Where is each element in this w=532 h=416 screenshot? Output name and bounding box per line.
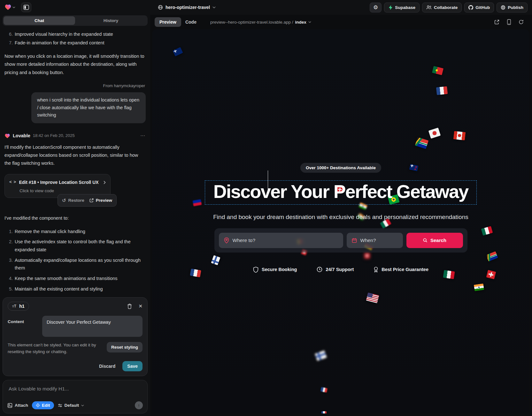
model-default-selector[interactable]: Default <box>58 403 84 408</box>
settings-button[interactable]: ⚙ <box>370 3 382 12</box>
list-item: Use the activeIndex state to control bot… <box>14 238 146 253</box>
assistant-paragraph: Now when you click on a location image, … <box>4 52 146 77</box>
chat-scroll-area[interactable]: Improved visual hierarchy in the expande… <box>3 28 148 293</box>
github-label: GitHub <box>475 5 490 10</box>
preview-panel: Preview Code preview--hero-optimizer-tra… <box>150 15 532 416</box>
assistant-name: Lovable <box>13 132 30 140</box>
award-icon <box>374 267 378 273</box>
assistant-paragraph: I've modified the component to: <box>4 214 146 222</box>
save-button[interactable]: Save <box>122 361 143 371</box>
refresh-button[interactable] <box>519 19 524 25</box>
location-pin-icon <box>224 237 229 244</box>
chat-panel: Chat History Improved visual hierarchy i… <box>0 15 150 416</box>
discard-button[interactable]: Discard <box>99 364 115 369</box>
github-button[interactable]: GitHub <box>464 3 494 12</box>
message-timestamp: 18:42 on Feb 20, 2025 <box>33 132 75 140</box>
hero-section: Over 1000+ Destinations Available Discov… <box>152 29 529 413</box>
gear-icon: ⚙ <box>373 5 378 10</box>
text-caret <box>268 170 268 192</box>
tab-history[interactable]: History <box>75 16 147 25</box>
restore-button[interactable]: ↺ Restore <box>62 197 84 204</box>
sliders-icon <box>58 404 62 407</box>
arrow-up-icon: ↑ <box>138 403 140 408</box>
edit-mode-button[interactable]: Edit <box>32 401 54 409</box>
lovable-avatar <box>4 133 10 139</box>
delete-element-button[interactable] <box>127 304 132 309</box>
code-icon: < > <box>9 179 16 186</box>
styling-note: This element can't be styled. You can ed… <box>8 342 103 355</box>
element-tag-name: h1 <box>19 304 24 309</box>
when-placeholder: When? <box>360 238 376 243</box>
tab-preview[interactable]: Preview <box>155 17 181 27</box>
image-attach-icon <box>7 403 12 408</box>
content-textarea[interactable]: Discover Your Perfect Getaway <box>42 316 143 337</box>
destinations-badge: Over 1000+ Destinations Available <box>300 163 381 173</box>
assistant-paragraph: I'll modify the LocationScroll component… <box>4 143 146 168</box>
chevron-down-icon <box>212 6 216 8</box>
list-item: Fade-in animation for the expanded conte… <box>14 39 146 47</box>
numbered-list-top: Improved visual hierarchy in the expande… <box>4 30 146 47</box>
list-item: Maintain all the existing content and st… <box>14 285 146 293</box>
when-input[interactable]: When? <box>347 233 403 248</box>
topbar: hero-optimizer-travel ⚙ Supabase Collabo… <box>0 0 532 15</box>
project-name: hero-optimizer-travel <box>166 5 210 10</box>
restore-icon: ↺ <box>62 198 66 203</box>
shield-icon <box>253 267 258 273</box>
features-row: Secure Booking 24/7 Support <box>253 267 428 273</box>
list-item: Improved visual hierarchy in the expande… <box>14 30 146 38</box>
close-icon[interactable]: ✕ <box>138 303 143 309</box>
preview-version-button[interactable]: Preview <box>89 197 112 204</box>
lovable-logo-menu[interactable] <box>4 4 15 11</box>
feature-secure-booking: Secure Booking <box>253 267 297 273</box>
collaborate-button[interactable]: Collaborate <box>422 3 462 12</box>
url-prefix: preview--hero-optimizer-travel.lovable.a… <box>210 20 293 25</box>
sidebar-toggle-button[interactable] <box>21 3 31 12</box>
list-item: Automatically expand/collapse locations … <box>14 256 146 272</box>
preview-url[interactable]: preview--hero-optimizer-travel.lovable.a… <box>210 20 311 25</box>
search-button[interactable]: Search <box>406 233 463 248</box>
supabase-button[interactable]: Supabase <box>384 3 420 12</box>
target-icon <box>36 403 40 407</box>
sidebar-toggle-icon <box>23 5 29 10</box>
edit-card-subtitle: Click to view code <box>19 188 106 194</box>
people-icon <box>426 5 432 10</box>
hero-title[interactable]: Discover Your Perfect Getaway <box>213 181 468 202</box>
where-to-placeholder: Where to? <box>233 238 256 243</box>
project-switcher[interactable]: hero-optimizer-travel <box>158 5 216 10</box>
content-label: Content <box>8 316 38 337</box>
supabase-icon <box>388 5 393 10</box>
preview-toolbar: Preview Code preview--hero-optimizer-tra… <box>152 15 529 29</box>
globe-icon <box>158 5 163 10</box>
supabase-label: Supabase <box>395 5 415 10</box>
send-button[interactable]: ↑ <box>135 401 143 409</box>
message-more-icon[interactable]: ⋯ <box>140 132 146 140</box>
feature-best-price: Best Price Guarantee <box>374 267 428 273</box>
mobile-view-button[interactable] <box>507 19 511 25</box>
preview-viewport[interactable]: Over 1000+ Destinations Available Discov… <box>152 29 529 413</box>
chevron-down-icon <box>81 405 84 406</box>
chevron-right-icon <box>104 181 106 184</box>
selected-h1-outline[interactable]: Discover Your Perfect Getaway <box>205 180 477 205</box>
tab-chat[interactable]: Chat <box>4 16 75 25</box>
reset-styling-button[interactable]: Reset styling <box>107 342 143 352</box>
where-to-input[interactable]: Where to? <box>219 233 343 248</box>
attach-button[interactable]: Attach <box>7 403 28 408</box>
version-actions-bar: ↺ Restore Preview <box>58 194 117 207</box>
open-external-button[interactable] <box>494 19 499 25</box>
chat-input-box: Ask Lovable to modify H1... Attach <box>3 380 148 413</box>
hero-subtitle: Find and book your dream destination wit… <box>213 214 468 221</box>
lovable-heart-icon <box>4 4 12 11</box>
publish-button[interactable]: Publish <box>497 3 528 12</box>
url-page: index <box>295 20 306 25</box>
list-item: Remove the manual click handling <box>14 228 146 236</box>
element-tag-pill[interactable]: TT h1 <box>8 302 29 311</box>
publish-label: Publish <box>508 5 523 10</box>
clock-icon <box>317 267 322 272</box>
chat-input[interactable]: Ask Lovable to modify H1... <box>9 386 142 392</box>
search-icon <box>423 238 428 243</box>
typography-icon: TT <box>12 304 16 308</box>
element-editor-panel: TT h1 ✕ Content Discover Your Perfect Ge… <box>3 297 148 376</box>
collaborate-label: Collaborate <box>434 5 458 10</box>
tab-code[interactable]: Code <box>181 17 201 27</box>
feature-support: 24/7 Support <box>317 267 354 272</box>
